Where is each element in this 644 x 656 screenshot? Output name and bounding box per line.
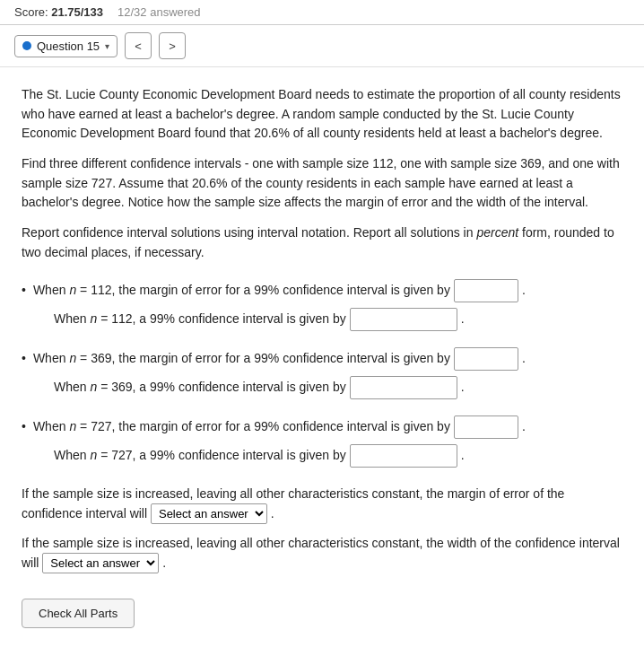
n369-margin-input[interactable] [454, 347, 518, 371]
question-select-label: Question 15 [37, 39, 100, 53]
width-answer-select[interactable]: Select an answer decrease increase stay … [42, 553, 159, 573]
bullet-main-1: • When n = 112, the margin of error for … [22, 279, 622, 302]
n112-margin-input[interactable] [454, 279, 518, 302]
bullet-symbol-1: • [22, 280, 26, 300]
period-1: . [522, 280, 526, 300]
conditional-1-text: If the sample size is increased, leaving… [22, 484, 622, 524]
next-button[interactable]: > [159, 32, 186, 59]
paragraph-1: The St. Lucie County Economic Developmen… [22, 85, 622, 144]
bullet-2-main-text: When n = 369, the margin of error for a … [33, 348, 450, 368]
content-area: The St. Lucie County Economic Developmen… [0, 67, 644, 646]
paragraph-3: Report confidence interval solutions usi… [22, 223, 622, 262]
bullet-3-main-text: When n = 727, the margin of error for a … [33, 416, 450, 436]
sub-row-2: When n = 369, a 99% confidence interval … [54, 376, 622, 399]
bullet-item-1: • When n = 112, the margin of error for … [22, 279, 622, 331]
period-3b: . [461, 445, 465, 465]
period-2b: . [461, 377, 465, 397]
dropdown-section: If the sample size is increased, leaving… [22, 484, 622, 574]
answered-label: 12/32 answered [117, 5, 201, 19]
conditional-2-text: If the sample size is increased, leaving… [22, 533, 622, 573]
question-dot [22, 41, 31, 50]
chevron-down-icon: ▾ [105, 41, 109, 51]
bullet-item-2: • When n = 369, the margin of error for … [22, 347, 622, 399]
period-1b: . [461, 309, 465, 328]
score-text-label: Score: [14, 5, 48, 19]
prev-button[interactable]: < [125, 32, 152, 59]
conditional-1-after: . [271, 506, 274, 520]
bullet-main-3: • When n = 727, the margin of error for … [22, 415, 622, 439]
score-label: Score: 21.75/133 [14, 5, 103, 19]
sub-row-1: When n = 112, a 99% confidence interval … [54, 308, 622, 331]
sub-row-3: When n = 727, a 99% confidence interval … [54, 444, 622, 468]
score-value: 21.75/133 [51, 5, 103, 19]
problem-text: The St. Lucie County Economic Developmen… [22, 85, 622, 263]
paragraph-2: Find three different confidence interval… [22, 154, 622, 213]
period-3: . [522, 416, 526, 436]
bullet-2-sub-text: When n = 369, a 99% confidence interval … [54, 377, 346, 397]
check-all-parts-button[interactable]: Check All Parts [22, 599, 135, 628]
questions-section: • When n = 112, the margin of error for … [22, 279, 622, 468]
question-select[interactable]: Question 15 ▾ [14, 35, 117, 57]
bullet-symbol-2: • [22, 348, 26, 368]
n727-margin-input[interactable] [454, 415, 518, 439]
bullet-1-main-text: When n = 112, the margin of error for a … [33, 280, 450, 300]
conditional-1-before: If the sample size is increased, leaving… [22, 486, 564, 520]
question-nav: Question 15 ▾ < > [0, 25, 644, 67]
n369-interval-input[interactable] [350, 376, 457, 399]
bullet-symbol-3: • [22, 416, 26, 436]
bullet-item-3: • When n = 727, the margin of error for … [22, 415, 622, 468]
n112-interval-input[interactable] [350, 308, 457, 331]
period-2: . [522, 348, 526, 368]
top-bar: Score: 21.75/133 12/32 answered [0, 0, 644, 25]
bullet-3-sub-text: When n = 727, a 99% confidence interval … [54, 445, 346, 465]
bullet-1-sub-text: When n = 112, a 99% confidence interval … [54, 309, 346, 328]
n727-interval-input[interactable] [350, 444, 457, 468]
conditional-2-after: . [162, 555, 166, 570]
bullet-main-2: • When n = 369, the margin of error for … [22, 347, 622, 371]
margin-answer-select[interactable]: Select an answer decrease increase stay … [151, 503, 267, 524]
